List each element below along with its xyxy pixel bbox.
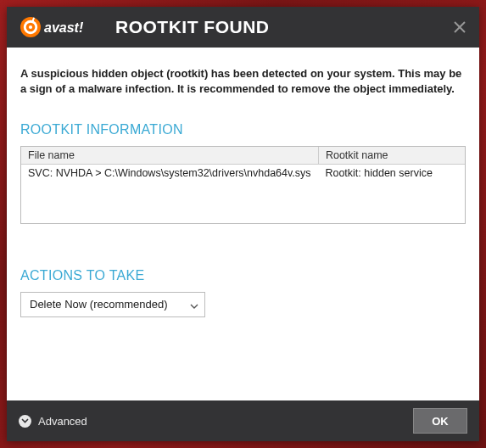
advanced-label: Advanced (38, 415, 87, 428)
rootkit-dialog: avast! ROOTKIT FOUND A suspicious hidden… (7, 7, 479, 441)
svg-point-4 (29, 25, 32, 29)
actions-title: ACTIONS TO TAKE (20, 268, 466, 283)
chevron-down-circle-icon (19, 415, 31, 428)
rootkit-table: File name Rootkit name SVC: NVHDA > C:\W… (20, 146, 466, 224)
ok-button[interactable]: OK (413, 408, 467, 434)
cell-file-name: SVC: NVHDA > C:\Windows\system32\drivers… (21, 165, 318, 182)
title-bar: avast! ROOTKIT FOUND (7, 7, 479, 48)
action-select-value: Delete Now (recommended) (30, 298, 168, 311)
col-file-name[interactable]: File name (21, 147, 318, 165)
col-rootkit-name[interactable]: Rootkit name (318, 147, 465, 165)
dialog-footer: Advanced OK (7, 400, 479, 441)
action-select[interactable]: Delete Now (recommended) (20, 292, 205, 317)
warning-text: A suspicious hidden object (rootkit) has… (20, 66, 466, 97)
cell-rootkit-name: Rootkit: hidden service (318, 165, 465, 182)
dialog-content: A suspicious hidden object (rootkit) has… (7, 48, 479, 400)
table-row[interactable]: SVC: NVHDA > C:\Windows\system32\drivers… (21, 165, 465, 182)
avast-logo: avast! (19, 15, 98, 39)
close-button[interactable] (449, 16, 471, 38)
svg-text:avast!: avast! (44, 20, 84, 35)
rootkit-info-title: ROOTKIT INFORMATION (20, 122, 466, 137)
avast-logo-icon: avast! (19, 15, 98, 39)
close-icon (453, 20, 466, 34)
dialog-title: ROOTKIT FOUND (115, 17, 269, 37)
advanced-toggle[interactable]: Advanced (19, 415, 87, 428)
